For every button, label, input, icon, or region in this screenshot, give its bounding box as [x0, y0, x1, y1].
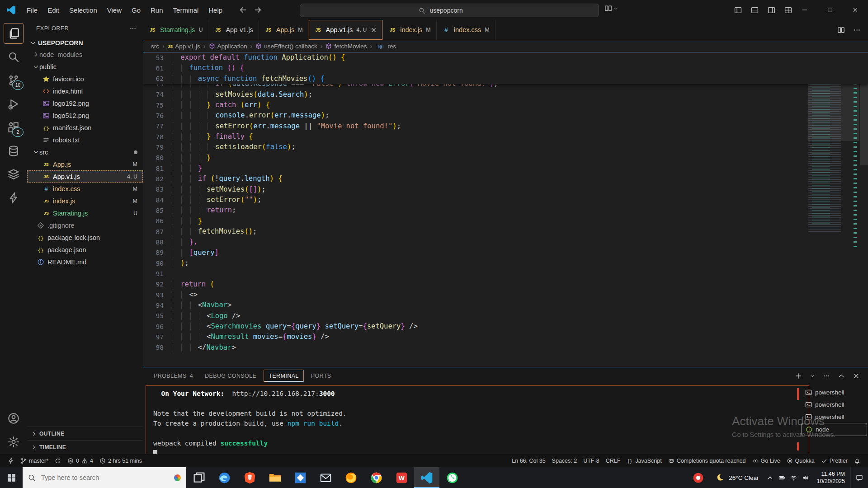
customize-layout-icon[interactable] [784, 6, 792, 14]
tree-item-package-json[interactable]: {}package.json [27, 244, 143, 256]
launch-profile-button[interactable] [604, 5, 618, 12]
terminal-session-powershell-1[interactable]: powershell [801, 399, 867, 411]
status-language-mode[interactable]: {} JavaScript [623, 454, 665, 468]
code-line-77[interactable]: 77 setError(err.message || "Movie not fo… [143, 121, 868, 131]
code-line-95[interactable]: 95 <Logo /> [143, 311, 868, 321]
close-panel-icon[interactable] [853, 372, 860, 380]
breadcrumb-application[interactable]: Application [209, 43, 247, 50]
hidden-icons-chevron[interactable] [764, 467, 776, 488]
tree-item-index-html[interactable]: index.html [27, 85, 143, 97]
taskbar-app-photos[interactable] [288, 467, 313, 488]
code-line-85[interactable]: 85 return; [143, 205, 868, 216]
tree-item-favicon-ico[interactable]: favicon.ico [27, 73, 143, 85]
chevron-down-icon[interactable] [810, 372, 815, 380]
wifi-icon[interactable] [788, 467, 799, 488]
battery-icon[interactable] [776, 467, 788, 488]
code-editor[interactable]: 73 if (data.Response === "False") throw … [143, 52, 868, 367]
tree-item-readme-md[interactable]: README.md [27, 256, 143, 268]
activity-search[interactable] [4, 47, 24, 67]
taskbar-clock[interactable]: 11:46 PM 10/20/2025 [811, 470, 850, 485]
code-line-96[interactable]: 96 <Searchmovies query={query} setQuery=… [143, 321, 868, 332]
taskbar-app-file-explorer[interactable] [262, 467, 288, 488]
breadcrumb-src[interactable]: src [151, 43, 159, 50]
tree-item-app-js[interactable]: JSApp.js M [27, 158, 143, 170]
tree-item-manifest-json[interactable]: {}manifest.json [27, 122, 143, 134]
forward-arrow-icon[interactable] [254, 6, 262, 14]
tree-item-index-css[interactable]: #index.css M [27, 183, 143, 195]
section-outline[interactable]: OUTLINE [27, 427, 143, 440]
close-button[interactable] [843, 0, 868, 20]
code-line-80[interactable]: 80 } [143, 153, 868, 163]
taskbar-app-chrome[interactable] [363, 467, 389, 488]
code-line-87[interactable]: 87 fetchMovies(); [143, 226, 868, 237]
volume-icon[interactable] [799, 467, 811, 488]
weather-widget[interactable]: 26°C Clear [711, 473, 764, 482]
terminal-scrollbar[interactable] [797, 386, 799, 454]
editor-tab-app-v1-js[interactable]: JS App.v1.js 4, U [309, 20, 383, 40]
status-encoding[interactable]: UTF-8 [580, 454, 602, 468]
code-line-94[interactable]: 94 <Navbar> [143, 300, 868, 310]
status-indentation[interactable]: Spaces: 2 [549, 454, 580, 468]
editor-tab-app-v1-js[interactable]: JS App-v1.js [208, 20, 259, 40]
code-line-91[interactable]: 91 [143, 268, 868, 279]
more-actions-icon[interactable] [823, 372, 830, 380]
code-line-76[interactable]: 76 console.error(err.message); [143, 110, 868, 121]
tree-item-starrating-js[interactable]: JSStarrating.js U [27, 207, 143, 219]
code-line-53[interactable]: 53 export default function Application()… [143, 52, 868, 63]
panel-tab-ports[interactable]: PORTS [307, 370, 336, 382]
code-line-98[interactable]: 98 </Navbar> [143, 343, 868, 353]
section-timeline[interactable]: TIMELINE [27, 440, 143, 454]
tree-item-node-modules[interactable]: node_modules [27, 48, 143, 61]
menu-file[interactable]: File [22, 3, 42, 17]
status-remote[interactable] [5, 454, 17, 468]
code-line-93[interactable]: 93 <> [143, 290, 868, 300]
menu-terminal[interactable]: Terminal [168, 3, 204, 17]
activity-run-debug[interactable] [4, 94, 24, 114]
command-center-search[interactable] [300, 4, 599, 17]
taskbar-app-wps-office[interactable]: W [389, 467, 414, 488]
editor-scrollbar[interactable] [860, 70, 868, 165]
taskbar-app-edge[interactable] [212, 467, 237, 488]
taskbar-search-input[interactable] [40, 474, 170, 482]
more-actions-icon[interactable] [129, 25, 137, 32]
status-prettier[interactable]: Prettier [818, 454, 851, 468]
tree-item-src[interactable]: src [27, 146, 143, 158]
panel-tab-terminal[interactable]: TERMINAL [264, 370, 303, 382]
code-line-81[interactable]: 81 } [143, 163, 868, 174]
code-line-82[interactable]: 82 if (!query.length) { [143, 174, 868, 184]
code-line-78[interactable]: 78 } finally { [143, 131, 868, 142]
editor-tab-app-js[interactable]: JS App.js M [259, 20, 309, 40]
taskbar-app-task-view[interactable] [186, 467, 212, 488]
status-sync[interactable] [52, 454, 64, 468]
activity-docker-layers[interactable] [4, 164, 24, 185]
tree-item-robots-txt[interactable]: robots.txt [27, 134, 143, 146]
close-icon[interactable] [370, 27, 377, 33]
toggle-sidebar-icon[interactable] [734, 6, 742, 14]
toggle-secondary-sidebar-icon[interactable] [768, 6, 775, 14]
editor-tab-index-js[interactable]: JS index.js M [383, 20, 437, 40]
menu-selection[interactable]: Selection [64, 3, 102, 17]
breadcrumb-app-v1-js[interactable]: JSApp.v1.js [168, 43, 200, 50]
search-input[interactable] [429, 6, 481, 14]
terminal-output[interactable]: On Your Network: http://10.216.168.217:3… [146, 385, 809, 456]
tree-item-public[interactable]: public [27, 61, 143, 73]
taskbar-app-whatsapp[interactable] [439, 467, 465, 488]
activity-source-control[interactable]: 10 [4, 70, 24, 91]
taskbar-app-vscode[interactable] [414, 467, 439, 488]
maximize-panel-icon[interactable] [838, 372, 845, 380]
breadcrumb-fetchmovies[interactable]: fetchMovies [326, 43, 367, 50]
code-line-90[interactable]: 90 ); [143, 258, 868, 268]
code-line-97[interactable]: 97 <Numresult movies={movies} /> [143, 332, 868, 342]
status-notifications[interactable] [851, 454, 863, 468]
terminal-session-powershell-2[interactable]: powershell [801, 411, 867, 423]
back-arrow-icon[interactable] [239, 6, 247, 14]
code-line-74[interactable]: 74 setMovies(data.Search); [143, 89, 868, 100]
status-problems[interactable]: 0 4 [64, 454, 96, 468]
editor-tab-starrating-js[interactable]: JS Starrating.js U [143, 20, 208, 40]
more-actions-icon[interactable] [853, 26, 861, 34]
activity-manage[interactable] [4, 432, 24, 452]
code-line-73[interactable]: 73 if (data.Response === "False") throw … [143, 84, 868, 89]
code-line-83[interactable]: 83 setMovies([]); [143, 184, 868, 195]
tree-item-index-js[interactable]: JSindex.js M [27, 195, 143, 207]
activity-thunder-client[interactable] [4, 188, 24, 208]
